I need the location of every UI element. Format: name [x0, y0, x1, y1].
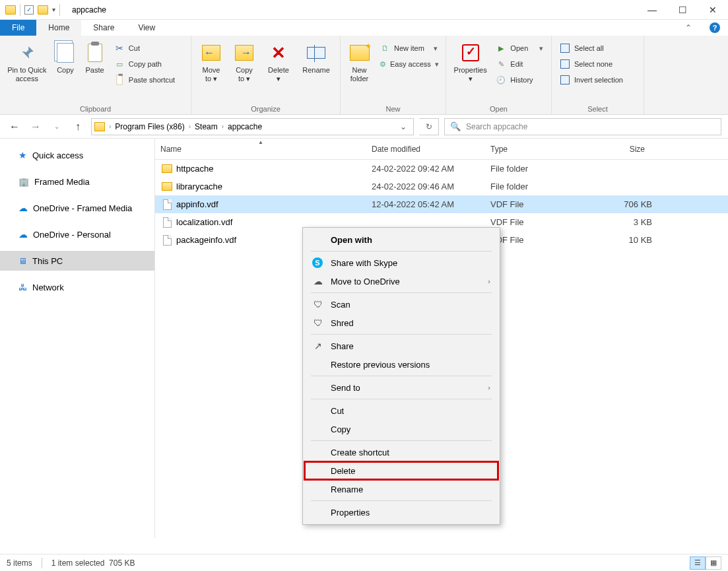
new-item-icon: 🗋 [380, 43, 390, 53]
qat-folder-icon[interactable] [38, 5, 48, 15]
select-all-button[interactable]: Select all [556, 41, 640, 55]
file-size: 10 KB [589, 235, 652, 245]
history-button[interactable]: 🕘History [492, 73, 547, 87]
column-type[interactable]: Type [485, 145, 584, 154]
nav-network[interactable]: 🖧Network [0, 277, 154, 297]
select-none-icon [560, 59, 570, 69]
ctx-share-skype[interactable]: SShare with Skype [304, 253, 498, 272]
ctx-move-onedrive[interactable]: ☁Move to OneDrive› [304, 272, 498, 290]
tab-home[interactable]: Home [36, 20, 81, 36]
breadcrumb-dropdown[interactable]: ⌄ [396, 122, 411, 131]
ctx-delete[interactable]: Delete [304, 461, 498, 480]
copy-button[interactable]: Copy [51, 38, 80, 104]
group-caption: Organize [195, 104, 336, 113]
new-folder-button[interactable]: New folder [345, 38, 374, 104]
nav-framed-media[interactable]: 🏢Framed Media [0, 172, 154, 191]
ribbon-collapse[interactable]: ⌃ [675, 20, 702, 36]
paste-button[interactable]: Paste [81, 38, 109, 104]
copy-to-button[interactable]: Copy to ▾ [228, 38, 260, 104]
file-row[interactable]: appinfo.vdf12-04-2022 05:42 AMVDF File70… [155, 195, 728, 213]
rename-button[interactable]: Rename [297, 38, 335, 104]
up-button[interactable]: ↑ [70, 119, 86, 135]
history-icon: 🕘 [496, 75, 506, 85]
move-to-button[interactable]: Move to ▾ [195, 38, 227, 104]
new-item-button[interactable]: 🗋New item ▾ [376, 41, 442, 55]
window-title: appcache [72, 5, 106, 15]
file-date: 24-02-2022 09:42 AM [372, 164, 490, 174]
refresh-button[interactable]: ↻ [419, 118, 439, 135]
separator [311, 399, 492, 399]
forward-button[interactable]: → [28, 119, 44, 135]
cut-button[interactable]: ✂Cut [110, 41, 187, 55]
breadcrumb-item[interactable]: Program Files (x86) [112, 122, 187, 131]
nav-this-pc[interactable]: 🖥This PC [0, 251, 154, 271]
copy-path-button[interactable]: ▭Copy path [110, 57, 187, 71]
column-name[interactable]: Name▲ [155, 145, 366, 154]
ctx-open-with[interactable]: Open with [304, 230, 498, 249]
ctx-cut[interactable]: Cut [304, 401, 498, 420]
status-selected-count: 1 item selected 705 KB [51, 558, 135, 568]
ctx-send-to[interactable]: Send to› [304, 378, 498, 397]
cloud-icon: ☁ [18, 229, 28, 240]
recent-locations-button[interactable]: ⌄ [49, 119, 65, 135]
file-row[interactable]: librarycache24-02-2022 09:46 AMFile fold… [155, 178, 728, 195]
separator [59, 4, 60, 16]
navigation-pane: ★Quick access 🏢Framed Media ☁OneDrive - … [0, 139, 154, 538]
shield-icon: 🛡 [312, 318, 324, 328]
paste-shortcut-button[interactable]: Paste shortcut [110, 73, 187, 87]
breadcrumb-item[interactable]: appcache [225, 122, 265, 131]
close-button[interactable]: ✕ [698, 0, 728, 20]
ribbon: Pin to Quick access Copy Paste ✂Cut ▭Cop… [0, 36, 728, 115]
file-row[interactable]: httpcache24-02-2022 09:42 AMFile folder [155, 160, 728, 178]
qat-checkbox-icon[interactable]: ✓ [24, 5, 34, 15]
ctx-copy[interactable]: Copy [304, 420, 498, 438]
minimize-button[interactable]: — [637, 0, 667, 20]
chevron-right-icon[interactable]: › [189, 123, 191, 130]
column-date[interactable]: Date modified [366, 145, 485, 154]
chevron-right-icon[interactable]: › [222, 123, 224, 130]
breadcrumb-item[interactable]: Steam [192, 122, 220, 131]
folder-icon [160, 162, 174, 176]
nav-onedrive-personal[interactable]: ☁OneDrive - Personal [0, 224, 154, 244]
maximize-button[interactable]: ☐ [667, 0, 698, 20]
search-input[interactable]: 🔍 Search appcache [444, 118, 721, 135]
thumbnails-view-button[interactable]: ▦ [706, 556, 721, 570]
pin-to-quick-access-button[interactable]: Pin to Quick access [4, 38, 50, 104]
ctx-restore[interactable]: Restore previous versions [304, 355, 498, 374]
ctx-rename[interactable]: Rename [304, 480, 498, 498]
edit-icon: ✎ [496, 59, 506, 69]
help-button[interactable]: ? [702, 20, 728, 36]
nav-onedrive-framed[interactable]: ☁OneDrive - Framed Media [0, 198, 154, 218]
delete-button[interactable]: ✕Delete▾ [261, 38, 296, 104]
tab-file[interactable]: File [0, 20, 36, 36]
separator [311, 292, 492, 293]
column-size[interactable]: Size [584, 145, 650, 154]
breadcrumb[interactable]: › Program Files (x86) › Steam › appcache… [91, 118, 414, 135]
column-headers: Name▲ Date modified Type Size [155, 139, 728, 160]
nav-quick-access[interactable]: ★Quick access [0, 145, 154, 165]
separator [311, 334, 492, 335]
skype-icon: S [312, 257, 323, 268]
select-none-button[interactable]: Select none [556, 57, 640, 71]
tab-view[interactable]: View [126, 20, 167, 36]
details-view-button[interactable]: ☰ [690, 556, 706, 570]
back-button[interactable]: ← [7, 119, 22, 135]
edit-button[interactable]: ✎Edit [492, 57, 547, 71]
invert-selection-button[interactable]: Invert selection [556, 73, 640, 87]
qat-dropdown-icon[interactable]: ▾ [52, 6, 55, 13]
chevron-right-icon[interactable]: › [109, 123, 111, 130]
group-caption: Open [450, 104, 547, 113]
file-date: 12-04-2022 05:42 AM [372, 199, 490, 209]
properties-button[interactable]: Properties▾ [450, 38, 490, 104]
rename-icon [306, 42, 327, 63]
separator [311, 376, 492, 376]
network-icon: 🖧 [18, 283, 27, 292]
ctx-scan[interactable]: 🛡Scan [304, 295, 498, 314]
ctx-shred[interactable]: 🛡Shred [304, 314, 498, 332]
tab-share[interactable]: Share [81, 20, 126, 36]
ctx-properties[interactable]: Properties [304, 503, 498, 521]
ctx-create-shortcut[interactable]: Create shortcut [304, 443, 498, 461]
open-button[interactable]: ▶Open ▾ [492, 41, 547, 55]
easy-access-button[interactable]: ⚙Easy access ▾ [376, 57, 442, 71]
ctx-share[interactable]: ↗Share [304, 337, 498, 355]
